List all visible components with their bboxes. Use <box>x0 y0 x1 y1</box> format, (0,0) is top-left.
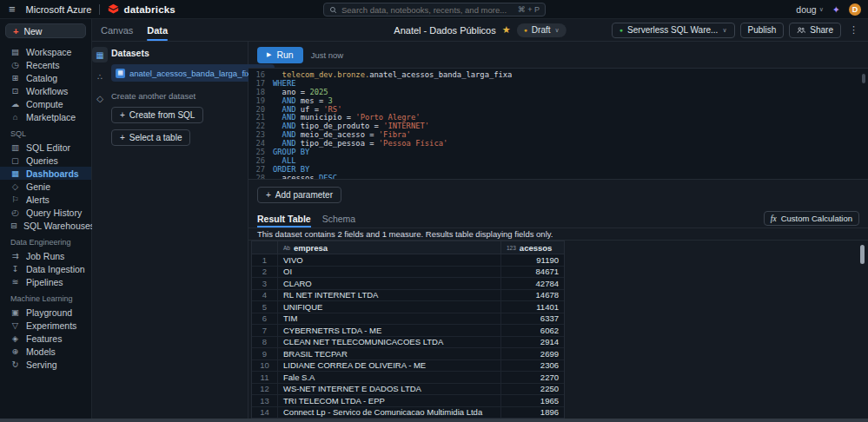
table-row-6[interactable]: 6TIM6337 <box>252 313 564 326</box>
assistant-sparkle-icon[interactable]: ✦ <box>832 4 840 16</box>
column-header-empresa[interactable]: Ab empresa <box>277 241 500 254</box>
sql-code[interactable]: 16 telecom_dev.bronze.anatel_acessos_ban… <box>248 68 868 180</box>
sidebar-item-experiments[interactable]: ▽Experiments <box>0 319 91 332</box>
tab-canvas[interactable]: Canvas <box>101 19 133 41</box>
cell-empresa: OI <box>277 267 500 278</box>
catalog-graph-icon[interactable]: ∴ <box>92 69 108 84</box>
table-row-14[interactable]: 14Connect Lp - Servico de Comunicacao Mu… <box>252 407 564 419</box>
results-tab-schema[interactable]: Schema <box>322 209 356 227</box>
sidebar-item-serving[interactable]: ↻Serving <box>0 358 91 371</box>
table-row-1[interactable]: 1VIVO91190 <box>252 254 564 267</box>
people-icon <box>797 26 805 35</box>
sidebar-item-job-runs[interactable]: ⇉Job Runs <box>0 249 91 262</box>
sidebar-item-features[interactable]: ◈Features <box>0 332 91 345</box>
sidebar-item-catalog[interactable]: ⊞Catalog <box>0 71 91 84</box>
select-a-table-button[interactable]: + Select a table <box>111 129 190 146</box>
sidebar-item-query-history[interactable]: ◴Query History <box>0 206 91 219</box>
sidebar-item-workflows[interactable]: ⊡Workflows <box>0 84 91 97</box>
create-from-sql-button[interactable]: + Create from SQL <box>111 107 203 123</box>
sidebar-item-sql-warehouses[interactable]: ⊟SQL Warehouses <box>0 219 91 232</box>
results-vertical-scrollbar[interactable] <box>860 245 865 264</box>
dashboard-header: CanvasData Anatel - Dados Públicos ★ ● D… <box>92 19 868 42</box>
job-runs-icon: ⇉ <box>10 252 20 260</box>
serving-icon: ↻ <box>10 360 20 369</box>
draft-status-chip[interactable]: ● Draft ∨ <box>517 23 567 37</box>
sidebar-item-sql-editor[interactable]: ▥SQL Editor <box>0 141 91 154</box>
token-str: 'Fibra' <box>379 130 411 139</box>
add-parameter-button[interactable]: + Add parameter <box>257 187 341 203</box>
code-scrollbar[interactable] <box>862 74 865 83</box>
table-row-13[interactable]: 13TRI TELECOM LTDA - EPP1965 <box>252 395 564 407</box>
number-type-icon: 123 <box>507 245 516 251</box>
sidebar-item-models[interactable]: ⊕Models <box>0 345 91 358</box>
table-row-9[interactable]: 9BRASIL TECPAR2699 <box>252 348 564 360</box>
dashboards-icon: ▦ <box>10 169 20 178</box>
table-row-4[interactable]: 4RL NET INTERNET LTDA14678 <box>252 290 564 302</box>
global-search[interactable]: ⌘ + P <box>323 3 546 16</box>
table-row-2[interactable]: 2OI84671 <box>252 267 564 279</box>
token-id: municipio = <box>295 113 355 122</box>
tab-data[interactable]: Data <box>147 19 168 41</box>
parameters-diamond-icon[interactable]: ◇ <box>92 90 108 106</box>
token-id: ano = <box>273 88 309 96</box>
sidebar-item-pipelines[interactable]: ≋Pipelines <box>0 275 91 288</box>
token-id: tipo_de_pessoa = <box>295 139 378 148</box>
cell-acessos: 6062 <box>500 325 564 336</box>
run-row: ▶ Run Just now <box>248 42 868 68</box>
avatar[interactable]: D <box>849 3 861 16</box>
sidebar-item-playground[interactable]: ▣Playground <box>0 306 91 319</box>
topbar-divider <box>99 4 100 15</box>
token-plain <box>273 70 282 79</box>
sidebar-item-workspace[interactable]: ▤Workspace <box>0 45 91 58</box>
code-line-17: 17WHERE <box>248 80 868 89</box>
token-str: 'RS' <box>323 105 341 114</box>
sidebar-item-data-ingestion[interactable]: ↧Data Ingestion <box>0 262 91 275</box>
sidebar-item-label: Marketplace <box>26 112 76 122</box>
token-num: 3 <box>328 96 333 105</box>
table-row-5[interactable]: 5UNIFIQUE11401 <box>252 301 564 313</box>
token-kw: DESC <box>319 174 337 180</box>
share-button[interactable]: Share <box>789 23 841 38</box>
sidebar-item-label: Serving <box>26 359 57 370</box>
more-options-icon[interactable]: ⋮ <box>846 24 861 36</box>
table-row-10[interactable]: 10LIDIANE CORREA DE OLIVEIRA - ME2306 <box>252 360 564 373</box>
custom-calculation-button[interactable]: fx Custom Calculation <box>764 211 859 226</box>
results-tab-result-table[interactable]: Result Table <box>257 209 311 227</box>
table-row-11[interactable]: 11Fale S.A2270 <box>252 372 564 384</box>
search-input[interactable] <box>341 5 518 15</box>
sidebar-item-queries[interactable]: ▢Queries <box>0 154 91 167</box>
sidebar-item-recents[interactable]: ◷Recents <box>0 58 91 71</box>
table-row-3[interactable]: 3CLARO42784 <box>252 278 564 290</box>
sidebar-item-alerts[interactable]: ⚐Alerts <box>0 193 91 206</box>
sidebar-item-label: SQL Editor <box>26 142 70 153</box>
plus-icon: + <box>120 110 125 120</box>
hamburger-menu-icon[interactable]: ≡ <box>9 3 16 15</box>
sidebar-item-label: Workspace <box>26 47 71 57</box>
column-header-acessos[interactable]: 123 acessos <box>500 241 564 254</box>
horizontal-scrollbar[interactable] <box>0 419 868 422</box>
table-row-12[interactable]: 12WS-NET INTERNET E DADOS LTDA2250 <box>252 384 564 396</box>
sidebar-item-compute[interactable]: ☁Compute <box>0 97 91 110</box>
fx-icon: fx <box>771 214 777 223</box>
run-button[interactable]: ▶ Run <box>257 47 303 63</box>
datasets-tab-icon[interactable]: ▦ <box>92 47 108 63</box>
table-row-8[interactable]: 8CLEAN NET TELECOMUNICACOES LTDA2914 <box>252 337 564 349</box>
sidebar-item-dashboards[interactable]: ▦Dashboards <box>0 167 91 180</box>
results-info-text: This dataset contains 2 fields and 1 mea… <box>248 228 868 241</box>
new-button[interactable]: + New <box>5 23 86 38</box>
features-icon: ◈ <box>10 334 20 343</box>
warehouse-selector[interactable]: ● Serverless SQL Ware... ∨ <box>612 23 735 38</box>
token-kw: AND <box>282 96 296 105</box>
sidebar-item-marketplace[interactable]: ⌂Marketplace <box>0 110 91 123</box>
publish-button[interactable]: Publish <box>740 23 785 38</box>
user-menu[interactable]: doug ∨ <box>796 4 823 15</box>
sidebar-item-genie[interactable]: ◇Genie <box>0 180 91 193</box>
code-text: telecom_dev.bronze.anatel_acessos_banda_… <box>273 71 512 80</box>
sidebar-item-label: SQL Warehouses <box>23 221 95 231</box>
compute-icon: ☁ <box>10 100 20 109</box>
sql-editor-icon: ▥ <box>10 143 20 152</box>
table-row-7[interactable]: 7CYBERNETRS LTDA - ME6062 <box>252 325 564 337</box>
cell-empresa: WS-NET INTERNET E DADOS LTDA <box>277 384 500 395</box>
sidebar-item-label: Queries <box>26 155 58 166</box>
favorite-star-icon[interactable]: ★ <box>502 24 511 36</box>
